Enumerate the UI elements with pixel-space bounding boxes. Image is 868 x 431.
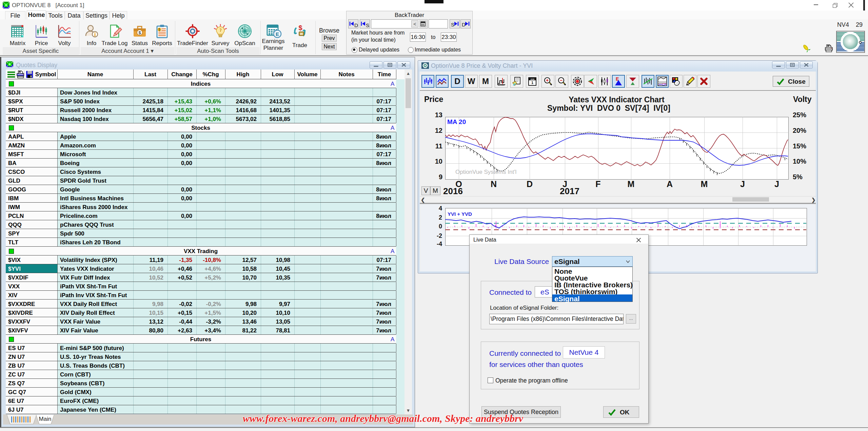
svg-text:$: $ <box>298 24 302 32</box>
svg-text:E: E <box>276 31 279 37</box>
svg-text:$: $ <box>138 30 141 35</box>
svg-text:W: W <box>300 32 303 36</box>
svg-text:JAN: JAN <box>530 78 534 80</box>
svg-text:M: M <box>482 77 489 86</box>
svg-text:1: 1 <box>531 81 533 85</box>
svg-text:D: D <box>454 77 460 86</box>
svg-text:$: $ <box>158 27 160 32</box>
svg-text:W: W <box>468 77 475 86</box>
